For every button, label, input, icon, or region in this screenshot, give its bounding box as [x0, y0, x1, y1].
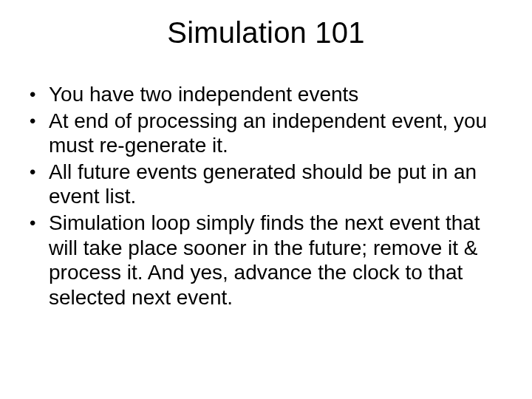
list-item: You have two independent events — [27, 82, 505, 107]
list-item: All future events generated should be pu… — [27, 160, 505, 209]
bullet-list: You have two independent events At end o… — [27, 82, 505, 310]
list-item: Simulation loop simply finds the next ev… — [27, 211, 505, 310]
slide-title: Simulation 101 — [27, 16, 505, 50]
list-item: At end of processing an independent even… — [27, 109, 505, 158]
slide: Simulation 101 You have two independent … — [0, 0, 532, 399]
